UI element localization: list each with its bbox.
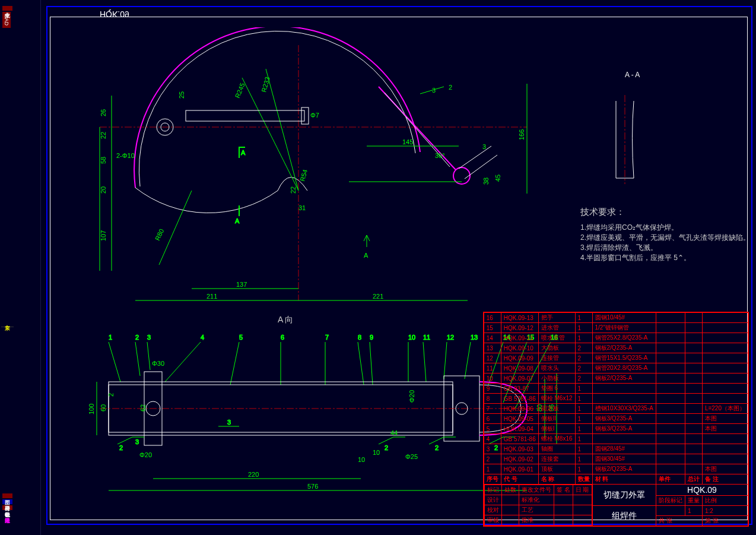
bom-row: 8GB 5781-86螺栓 M6x121 <box>484 394 748 404</box>
svg-text:220: 220 <box>248 471 259 478</box>
svg-text:3: 3 <box>482 143 486 150</box>
title-block: 16HQK.09-13把手1圆钢10/45#15HQK.09-12进水管11/2… <box>483 312 749 527</box>
svg-text:145: 145 <box>402 138 413 145</box>
sidebar-tab-mid[interactable]: 女亲 <box>2 318 12 323</box>
svg-text:166: 166 <box>518 129 525 140</box>
svg-text:58: 58 <box>100 157 107 164</box>
svg-line-72 <box>230 342 239 385</box>
svg-line-2 <box>242 78 298 191</box>
svg-text:2-Φ10: 2-Φ10 <box>116 152 135 159</box>
svg-text:2: 2 <box>107 393 115 397</box>
top-view: R245 R233 R80 R54 Φ7 25 26 22 58 20 107 … <box>88 27 551 312</box>
svg-text:Φ30: Φ30 <box>152 360 164 367</box>
bom-row: 14HQK.09-11喷水主管1钢管25X2.8/Q235-A <box>484 333 748 343</box>
drawing-canvas[interactable]: HQK.09 R245 R233 R80 R54 Φ7 <box>40 0 756 535</box>
svg-text:2: 2 <box>385 444 388 451</box>
svg-text:A - A: A - A <box>625 71 640 79</box>
svg-text:Φ25: Φ25 <box>405 453 418 460</box>
svg-text:60: 60 <box>100 404 107 411</box>
svg-text:10: 10 <box>373 449 380 456</box>
svg-text:107: 107 <box>100 230 107 241</box>
svg-line-70 <box>147 342 150 370</box>
svg-text:12: 12 <box>447 334 454 341</box>
svg-line-35 <box>465 155 497 179</box>
sidebar-tab-layer[interactable]: 图层 <box>2 493 12 498</box>
svg-text:221: 221 <box>373 293 383 300</box>
svg-text:20: 20 <box>100 186 107 194</box>
svg-line-3 <box>266 69 298 191</box>
svg-text:62: 62 <box>139 404 147 411</box>
sidebar-tab-1[interactable]: 北京中 <box>2 6 12 11</box>
svg-text:25: 25 <box>178 91 185 99</box>
svg-rect-12 <box>301 107 309 124</box>
svg-text:2: 2 <box>435 444 439 451</box>
svg-text:22: 22 <box>290 186 297 194</box>
svg-text:2: 2 <box>449 84 452 91</box>
bom-row: 5HQK.09-04侧板I1钢板3/Q235-A本图 <box>484 424 748 434</box>
svg-text:10: 10 <box>408 334 415 341</box>
bom-row: 4GB 5781-86螺栓 M8x161 <box>484 434 748 444</box>
svg-text:44: 44 <box>390 429 398 436</box>
svg-text:3: 3 <box>135 438 139 445</box>
svg-line-80 <box>465 342 471 379</box>
svg-text:11: 11 <box>423 334 430 341</box>
svg-line-34 <box>459 146 491 169</box>
sidebar-tab-equip[interactable]: 机电设备记号 <box>2 505 12 510</box>
section-a-a: A - A <box>574 65 705 196</box>
svg-text:2: 2 <box>119 444 123 451</box>
bom-row: 11HQK.09-08喷水头2钢管20X2.8/Q235-A <box>484 363 748 373</box>
svg-text:1: 1 <box>109 334 112 341</box>
sidebar: 北京中 CAD 女亲 图层 里程碑号 机电设备记号 路段里记号 <box>0 0 41 535</box>
svg-text:137: 137 <box>236 281 247 288</box>
svg-text:36°: 36° <box>435 152 445 159</box>
svg-line-68 <box>109 342 120 382</box>
bom-row: 12HQK.09-09连接管2钢管15X1.5/Q235-A <box>484 353 748 363</box>
svg-text:3: 3 <box>227 419 231 426</box>
svg-text:Φ20: Φ20 <box>139 451 152 458</box>
svg-text:2: 2 <box>135 334 139 341</box>
svg-line-76 <box>370 342 373 385</box>
drawing-number-header: HQK.09 <box>100 10 129 19</box>
svg-text:211: 211 <box>207 293 217 300</box>
svg-line-71 <box>165 342 201 382</box>
bom-row: 9GB 93-87垫圈 61 <box>484 384 748 394</box>
svg-text:Φ20: Φ20 <box>408 390 415 403</box>
svg-rect-11 <box>186 110 304 121</box>
bom-row: 6HQK.09-05侧板II1钢板3/Q235-A本图 <box>484 414 748 424</box>
svg-text:4: 4 <box>201 334 204 341</box>
svg-text:5: 5 <box>239 334 243 341</box>
svg-text:8: 8 <box>358 334 361 341</box>
svg-text:A: A <box>241 149 246 156</box>
bom-row: 10HQK.09-07小肋板2钢板2/Q235-A <box>484 373 748 384</box>
svg-text:3: 3 <box>147 334 151 341</box>
svg-text:100: 100 <box>88 404 95 414</box>
svg-text:26: 26 <box>100 109 107 116</box>
svg-line-75 <box>358 342 364 385</box>
cad-viewer: 北京中 CAD 女亲 图层 里程碑号 机电设备记号 路段里记号 HQK.09 <box>0 0 756 535</box>
svg-text:R233: R233 <box>260 76 271 93</box>
sidebar-tab-mile[interactable]: 里程碑号 <box>2 499 12 504</box>
svg-text:Φ7: Φ7 <box>310 112 319 119</box>
bom-row: 16HQK.09-13把手1圆钢10/45# <box>484 313 748 323</box>
bom-row: 7HQK.09-06固定板1槽钢10X30X3/Q235-AL=220（本图） <box>484 404 748 414</box>
svg-text:10: 10 <box>358 456 365 463</box>
svg-text:R245: R245 <box>234 82 246 99</box>
svg-line-6 <box>159 191 192 265</box>
view-a-label: A 向 <box>278 315 293 325</box>
bom-row: 15HQK.09-12进水管11/2″镀锌钢管 <box>484 323 748 333</box>
bom-table: 16HQK.09-13把手1圆钢10/45#15HQK.09-12进水管11/2… <box>484 312 748 526</box>
svg-text:22: 22 <box>100 132 107 139</box>
svg-text:45: 45 <box>494 175 501 182</box>
sidebar-tab-road[interactable]: 路段里记号 <box>2 511 12 516</box>
svg-text:13: 13 <box>471 334 478 341</box>
svg-text:R54: R54 <box>298 169 309 182</box>
svg-text:R80: R80 <box>154 227 165 241</box>
bom-row: 3HQK.09-03轴圈1圆钢28/45# <box>484 444 748 454</box>
svg-text:6: 6 <box>281 334 284 341</box>
svg-text:7: 7 <box>325 334 329 341</box>
svg-line-69 <box>135 342 140 376</box>
bom-row: 2HQK.09-02连接套1圆钢30/45# <box>484 454 748 464</box>
svg-text:A: A <box>235 217 240 224</box>
svg-line-78 <box>423 342 426 382</box>
sidebar-tab-cad[interactable]: CAD <box>2 12 11 28</box>
